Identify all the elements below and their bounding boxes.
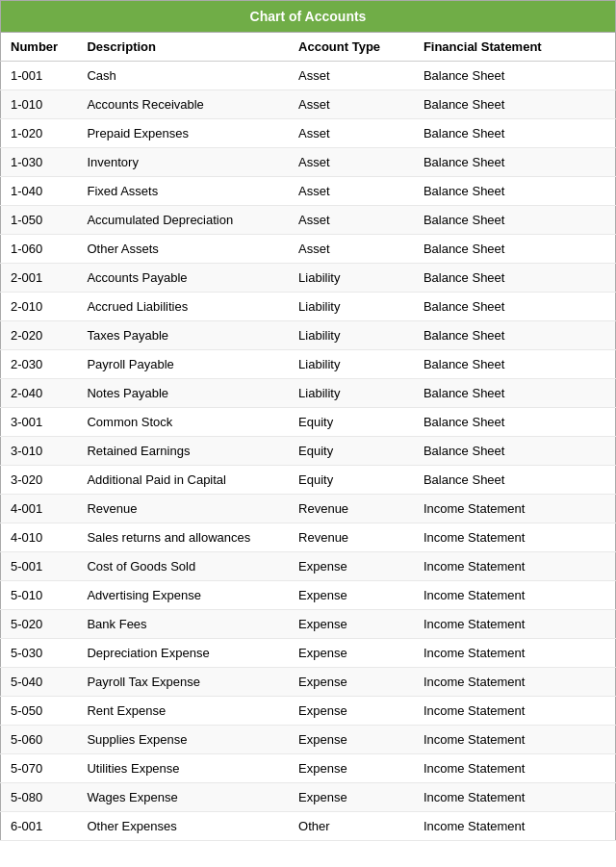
cell-description: Payroll Payable (77, 350, 289, 379)
table-row: 5-010Advertising ExpenseExpenseIncome St… (1, 581, 616, 610)
cell-description: Advertising Expense (77, 581, 289, 610)
cell-account-type: Revenue (289, 523, 414, 552)
cell-number: 1-060 (1, 235, 78, 264)
cell-description: Cash (77, 62, 289, 90)
cell-account-type: Other (289, 812, 414, 841)
cell-description: Depreciation Expense (77, 639, 289, 668)
table-row: 4-010Sales returns and allowancesRevenue… (1, 523, 616, 552)
cell-financial-statement: Income Statement (414, 812, 616, 841)
cell-financial-statement: Income Statement (414, 639, 616, 668)
cell-description: Inventory (77, 148, 289, 177)
table-row: 2-010Accrued LiabilitiesLiabilityBalance… (1, 293, 616, 321)
cell-number: 5-070 (1, 754, 78, 783)
cell-financial-statement: Income Statement (414, 523, 616, 552)
table-row: 2-040Notes PayableLiabilityBalance Sheet (1, 379, 616, 408)
table-row: 2-020Taxes PayableLiabilityBalance Sheet (1, 321, 616, 350)
cell-description: Supplies Expense (77, 726, 289, 754)
table-row: 1-050Accumulated DepreciationAssetBalanc… (1, 206, 616, 235)
cell-number: 4-010 (1, 523, 78, 552)
cell-financial-statement: Balance Sheet (414, 264, 616, 293)
cell-financial-statement: Balance Sheet (414, 206, 616, 235)
cell-account-type: Expense (289, 581, 414, 610)
cell-account-type: Asset (289, 148, 414, 177)
cell-account-type: Asset (289, 177, 414, 206)
cell-number: 5-020 (1, 610, 78, 639)
cell-account-type: Equity (289, 466, 414, 495)
cell-account-type: Expense (289, 726, 414, 754)
cell-account-type: Liability (289, 379, 414, 408)
cell-number: 1-001 (1, 62, 78, 90)
table-row: 5-060Supplies ExpenseExpenseIncome State… (1, 726, 616, 754)
cell-financial-statement: Balance Sheet (414, 119, 616, 148)
cell-description: Fixed Assets (77, 177, 289, 206)
cell-financial-statement: Balance Sheet (414, 90, 616, 119)
cell-account-type: Expense (289, 610, 414, 639)
table-row: 6-001Other ExpensesOtherIncome Statement (1, 812, 616, 841)
table-row: 3-010Retained EarningsEquityBalance Shee… (1, 437, 616, 466)
cell-number: 3-001 (1, 408, 78, 437)
cell-description: Wages Expense (77, 783, 289, 812)
table-row: 1-001CashAssetBalance Sheet (1, 62, 616, 90)
cell-financial-statement: Income Statement (414, 783, 616, 812)
cell-number: 2-020 (1, 321, 78, 350)
cell-account-type: Expense (289, 697, 414, 726)
cell-financial-statement: Income Statement (414, 668, 616, 697)
table-row: 2-001Accounts PayableLiabilityBalance Sh… (1, 264, 616, 293)
table-row: 3-001Common StockEquityBalance Sheet (1, 408, 616, 437)
table-row: 5-080Wages ExpenseExpenseIncome Statemen… (1, 783, 616, 812)
cell-description: Prepaid Expenses (77, 119, 289, 148)
cell-account-type: Asset (289, 206, 414, 235)
cell-number: 5-001 (1, 552, 78, 581)
cell-description: Payroll Tax Expense (77, 668, 289, 697)
cell-financial-statement: Income Statement (414, 495, 616, 523)
cell-account-type: Expense (289, 552, 414, 581)
table-row: 2-030Payroll PayableLiabilityBalance She… (1, 350, 616, 379)
cell-account-type: Liability (289, 321, 414, 350)
cell-description: Rent Expense (77, 697, 289, 726)
cell-account-type: Expense (289, 668, 414, 697)
cell-account-type: Asset (289, 119, 414, 148)
table-row: 5-020Bank FeesExpenseIncome Statement (1, 610, 616, 639)
header-description: Description (77, 33, 289, 62)
cell-financial-statement: Income Statement (414, 610, 616, 639)
cell-description: Accounts Receivable (77, 90, 289, 119)
cell-financial-statement: Balance Sheet (414, 437, 616, 466)
cell-financial-statement: Income Statement (414, 754, 616, 783)
cell-description: Retained Earnings (77, 437, 289, 466)
table-row: 5-040Payroll Tax ExpenseExpenseIncome St… (1, 668, 616, 697)
table-row: 5-001Cost of Goods SoldExpenseIncome Sta… (1, 552, 616, 581)
cell-number: 2-010 (1, 293, 78, 321)
cell-financial-statement: Balance Sheet (414, 293, 616, 321)
cell-financial-statement: Income Statement (414, 581, 616, 610)
cell-description: Utilities Expense (77, 754, 289, 783)
cell-number: 1-010 (1, 90, 78, 119)
cell-number: 5-060 (1, 726, 78, 754)
cell-financial-statement: Balance Sheet (414, 62, 616, 90)
cell-financial-statement: Balance Sheet (414, 148, 616, 177)
cell-account-type: Liability (289, 350, 414, 379)
table-row: 1-010Accounts ReceivableAssetBalance She… (1, 90, 616, 119)
cell-financial-statement: Balance Sheet (414, 321, 616, 350)
cell-account-type: Asset (289, 62, 414, 90)
cell-number: 1-020 (1, 119, 78, 148)
cell-number: 1-040 (1, 177, 78, 206)
table-row: 1-060Other AssetsAssetBalance Sheet (1, 235, 616, 264)
cell-number: 3-020 (1, 466, 78, 495)
cell-description: Revenue (77, 495, 289, 523)
chart-of-accounts-table: Chart of Accounts Number Description Acc… (0, 0, 616, 841)
cell-number: 4-001 (1, 495, 78, 523)
cell-number: 2-030 (1, 350, 78, 379)
cell-account-type: Equity (289, 437, 414, 466)
cell-description: Accumulated Depreciation (77, 206, 289, 235)
cell-number: 5-010 (1, 581, 78, 610)
cell-number: 2-040 (1, 379, 78, 408)
cell-account-type: Liability (289, 264, 414, 293)
table-row: 5-070Utilities ExpenseExpenseIncome Stat… (1, 754, 616, 783)
table-row: 1-030InventoryAssetBalance Sheet (1, 148, 616, 177)
cell-financial-statement: Balance Sheet (414, 466, 616, 495)
cell-financial-statement: Balance Sheet (414, 408, 616, 437)
cell-account-type: Expense (289, 754, 414, 783)
cell-description: Common Stock (77, 408, 289, 437)
table-row: 1-020Prepaid ExpensesAssetBalance Sheet (1, 119, 616, 148)
cell-number: 3-010 (1, 437, 78, 466)
